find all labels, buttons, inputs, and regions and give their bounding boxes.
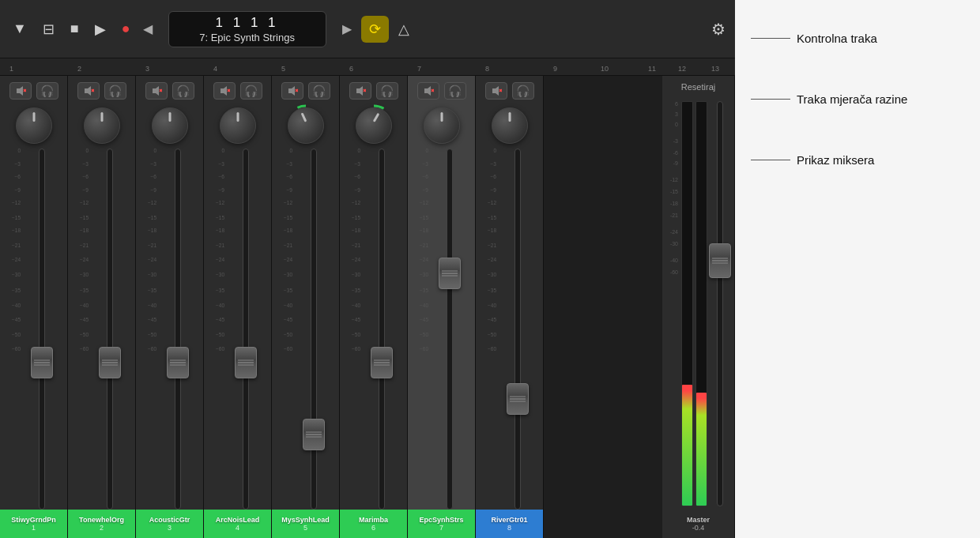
channel-strip-3: 🎧 0−3−6−9−12−15−18−21−24−30−35−40−45−50−… — [136, 76, 204, 538]
record-icon[interactable]: ● — [119, 17, 134, 40]
channel-strip-1: 🎧 0−3−6−9−12−15−18−21−24−30−35−40−45−50−… — [0, 76, 68, 538]
fader-handle-5[interactable] — [303, 419, 325, 450]
mute-button-3[interactable] — [145, 82, 168, 100]
mute-button-1[interactable] — [9, 82, 32, 100]
fader-area-1: 0−3−6−9−12−15−18−21−24−30−35−40−45−50−60 — [0, 149, 67, 510]
svg-marker-18 — [424, 86, 431, 96]
master-fader-handle[interactable] — [709, 243, 731, 278]
solo-button-3[interactable]: 🎧 — [172, 82, 194, 100]
fader-track-1 — [39, 149, 45, 510]
lcd-icon[interactable]: ⊟ — [40, 17, 58, 41]
fader-handle-4[interactable] — [235, 347, 257, 378]
channel-name-2: TonewhelOrg — [79, 516, 124, 525]
play-icon[interactable]: ▶ — [92, 17, 109, 41]
channel-number-1: 1 — [32, 524, 36, 532]
channel-number-7: 7 — [439, 524, 443, 532]
channel-number-8: 8 — [507, 524, 511, 532]
channel-label-4[interactable]: ArcNoisLead4 — [204, 510, 271, 538]
ruler-mark-9: 9 — [553, 65, 557, 73]
fader-handle-2[interactable] — [99, 347, 121, 378]
next-arrow[interactable]: ▶ — [342, 21, 352, 36]
channel-name-1: StiwyGrndPn — [11, 516, 56, 525]
annotation-prikaz-label: Prikaz miksera — [790, 153, 874, 167]
cycle-button[interactable]: ⟳ — [361, 16, 389, 43]
ruler-mark-7: 7 — [417, 65, 421, 73]
channel-name-4: ArcNoisLead — [216, 516, 260, 525]
ms-row-6: 🎧 — [349, 82, 398, 100]
pan-knob-wrap-5 — [286, 106, 326, 145]
channel-label-6[interactable]: Marimba6 — [340, 510, 407, 538]
fader-handle-1[interactable] — [31, 347, 53, 378]
fader-track-4 — [243, 149, 249, 510]
fader-handle-6[interactable] — [371, 347, 393, 378]
master-channel-label[interactable]: Master -0.4 — [662, 510, 734, 538]
mute-button-6[interactable] — [349, 82, 371, 100]
annotations-panel: Kontrolna traka Traka mjerača razine Pri… — [735, 0, 980, 538]
pan-knob-wrap-6 — [354, 106, 394, 145]
stop-icon[interactable]: ■ — [67, 17, 82, 40]
settings-icon[interactable]: ⚙ — [711, 20, 726, 39]
svg-marker-3 — [85, 86, 91, 96]
pan-knob-3[interactable] — [152, 107, 188, 144]
fader-handle-3[interactable] — [167, 347, 189, 378]
ms-row-7: 🎧 — [417, 82, 466, 100]
fader-area-4: 0−3−6−9−12−15−18−21−24−30−35−40−45−50−60 — [204, 149, 271, 510]
mute-button-5[interactable] — [281, 82, 303, 100]
pan-knob-5[interactable] — [288, 107, 324, 144]
fader-track-2 — [107, 149, 113, 510]
fader-handle-7[interactable] — [439, 258, 461, 289]
pan-knob-4[interactable] — [220, 107, 256, 144]
solo-button-7[interactable]: 🎧 — [444, 82, 466, 100]
pan-knob-7[interactable] — [424, 107, 460, 144]
dropdown-icon[interactable]: ▼ — [9, 17, 30, 40]
ruler-mark-3: 3 — [145, 65, 149, 73]
pan-knob-wrap-2 — [82, 106, 122, 145]
ruler-mark-6: 6 — [349, 65, 353, 73]
tuner-icon[interactable]: △ — [398, 21, 409, 38]
solo-button-5[interactable]: 🎧 — [308, 82, 330, 100]
pan-knob-6[interactable] — [356, 107, 392, 144]
svg-marker-12 — [288, 86, 295, 96]
channel-strip-8: 🎧 0−3−6−9−12−15−18−21−24−30−35−40−45−50−… — [476, 76, 544, 538]
solo-button-2[interactable]: 🎧 — [104, 82, 126, 100]
resetiraj-button[interactable]: Resetiraj — [681, 82, 715, 92]
channel-label-3[interactable]: AcousticGtr3 — [136, 510, 203, 538]
fader-track-3 — [175, 149, 181, 510]
channel-label-1[interactable]: StiwyGrndPn1 — [0, 510, 67, 538]
mute-button-4[interactable] — [213, 82, 236, 100]
ms-row-8: 🎧 — [485, 82, 534, 100]
channel-number-4: 4 — [236, 524, 239, 532]
prev-arrow[interactable]: ◀ — [143, 21, 153, 36]
fader-handle-8[interactable] — [507, 383, 529, 415]
solo-button-8[interactable]: 🎧 — [512, 82, 534, 100]
channel-strip-6: 🎧 0−3−6−9−12−15−18−21−24−30−35−40−45−50−… — [340, 76, 408, 538]
channel-strip-2: 🎧 0−3−6−9−12−15−18−21−24−30−35−40−45−50−… — [68, 76, 136, 538]
annotation-traka-label: Traka mjerača razine — [790, 92, 907, 106]
annotation-traka-mjeraca: Traka mjerača razine — [751, 92, 964, 106]
channel-label-2[interactable]: TonewhelOrg2 — [68, 510, 135, 538]
pan-knob-2[interactable] — [84, 107, 120, 144]
ruler-mark-1: 1 — [9, 65, 13, 73]
ms-row-1: 🎧 — [9, 82, 58, 100]
ruler-mark-8: 8 — [485, 65, 489, 73]
fader-track-5 — [311, 149, 317, 510]
mute-button-2[interactable] — [77, 82, 100, 100]
solo-button-1[interactable]: 🎧 — [36, 82, 58, 100]
pan-knob-1[interactable] — [16, 107, 52, 144]
channel-name-8: RiverGtr01 — [491, 516, 527, 525]
fader-track-8 — [514, 149, 521, 510]
channel-label-5[interactable]: MysSynhLead5 — [272, 510, 339, 538]
channel-number-6: 6 — [371, 524, 375, 532]
channel-label-7[interactable]: EpcSynhStrs7 — [408, 510, 475, 538]
mute-button-7[interactable] — [417, 82, 439, 100]
channel-strip-7: 🎧 0−3−6−9−12−15−18−21−24−30−35−40−45−50−… — [408, 76, 476, 538]
pan-knob-8[interactable] — [492, 107, 528, 144]
channel-number-5: 5 — [303, 524, 307, 532]
channel-strip-4: 🎧 0−3−6−9−12−15−18−21−24−30−35−40−45−50−… — [204, 76, 272, 538]
mute-button-8[interactable] — [485, 82, 507, 100]
channel-label-8[interactable]: RiverGtr018 — [476, 510, 543, 538]
solo-button-6[interactable]: 🎧 — [376, 82, 398, 100]
ms-row-3: 🎧 — [145, 82, 194, 100]
solo-button-4[interactable]: 🎧 — [240, 82, 262, 100]
fader-track-7 — [447, 149, 453, 510]
